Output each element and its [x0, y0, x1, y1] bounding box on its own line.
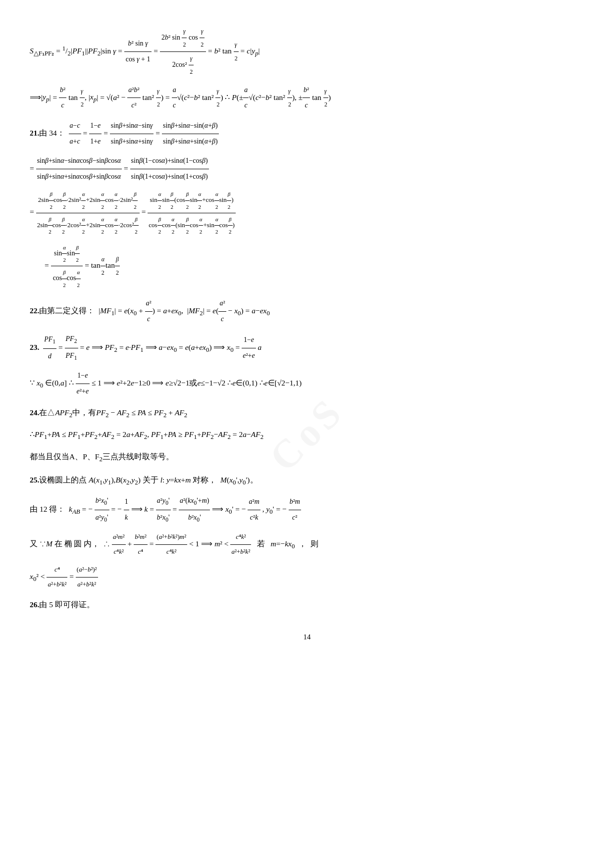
problem-21-step1: = sinβ+sinα−sinαcosβ−sinβcosαsinβ+sinα+s… [30, 153, 584, 185]
problem-22-block: 22.由第二定义得： |MF1| = e(x0 + a²c) = a+ex0, … [30, 296, 584, 327]
problem-22-content: 22.由第二定义得： |MF1| = e(x0 + a²c) = a+ex0, … [30, 296, 584, 327]
problem-24-content: 24.在△APF2中，有PF2 − AF2 ≤ PA ≤ PF2 + AF2 [30, 404, 584, 423]
problem-21-step2: = 2sinβ2cosβ2·2sin²α2+2sinα2cosα2·2sin²β… [30, 188, 584, 238]
problem-25-step3: x0² < c⁴a²+b²k² = (a²−b²)²a²+b²k² [30, 563, 584, 591]
problem-24-block: 24.在△APF2中，有PF2 − AF2 ≤ PA ≤ PF2 + AF2 ∴… [30, 404, 584, 467]
problem-23-step2: ∵ x0 ∈(0,a] ∴ 1−ee²+e ≤ 1 ⟹ e²+2e−1≥0 ⟹ … [30, 368, 584, 399]
problem-21-title: 21.由 34： a−ca+c = 1−e1+e = sinβ+sinα−sin… [30, 118, 584, 149]
problem-25-block: 25.设椭圆上的点 A(x1,y1),B(x2,y2) 关于 l: y=kx+m… [30, 472, 584, 592]
problem-21-step3: = sinα2sinβ2 cosβ2cosα2 = tanα2tanβ2 [45, 241, 584, 291]
page-content: CoS S△F₁PF₂ = 1/2|PF1||PF2|sin γ = b² si… [30, 25, 584, 641]
formula-line-2: ⟹|yp| = b²c tan γ2, |xp| = √(a² − a²b²c²… [30, 83, 584, 114]
problem-26-block: 26.由 5 即可得证。 [30, 596, 584, 613]
problem-25-content: 25.设椭圆上的点 A(x1,y1),B(x2,y2) 关于 l: y=kx+m… [30, 472, 584, 490]
problem-25-step1: 由 12 得： kAB = − b²x0'a²y0' = − 1k ⟹ k = … [30, 493, 584, 526]
problem-23-block: 23. PF1d = PF2PF1 = e ⟹ PF2 = e·PF1 ⟹ a−… [30, 332, 584, 399]
problem-24-step3: 都当且仅当A、P、F2三点共线时取等号。 [30, 448, 584, 467]
problem-21-block: 21.由 34： a−ca+c = 1−e1+e = sinβ+sinα−sin… [30, 118, 584, 291]
page-number: 14 [30, 633, 584, 641]
top-formula-block: S△F₁PF₂ = 1/2|PF1||PF2|sin γ = b² sin γ … [30, 25, 584, 113]
problem-25-step2: 又 ∵M 在 椭 圆 内， ∴ a²m²c⁴k² + b²m²c⁴ = (a²+… [30, 530, 584, 559]
problem-26-content: 26.由 5 即可得证。 [30, 596, 584, 613]
problem-24-step2: ∴PF1+PA ≤ PF1+PF2+AF2 = 2a+AF2, PF1+PA ≥… [30, 426, 584, 444]
formula-line-1: S△F₁PF₂ = 1/2|PF1||PF2|sin γ = b² sin γ … [30, 25, 584, 79]
problem-23-content: 23. PF1d = PF2PF1 = e ⟹ PF2 = e·PF1 ⟹ a−… [30, 332, 584, 364]
